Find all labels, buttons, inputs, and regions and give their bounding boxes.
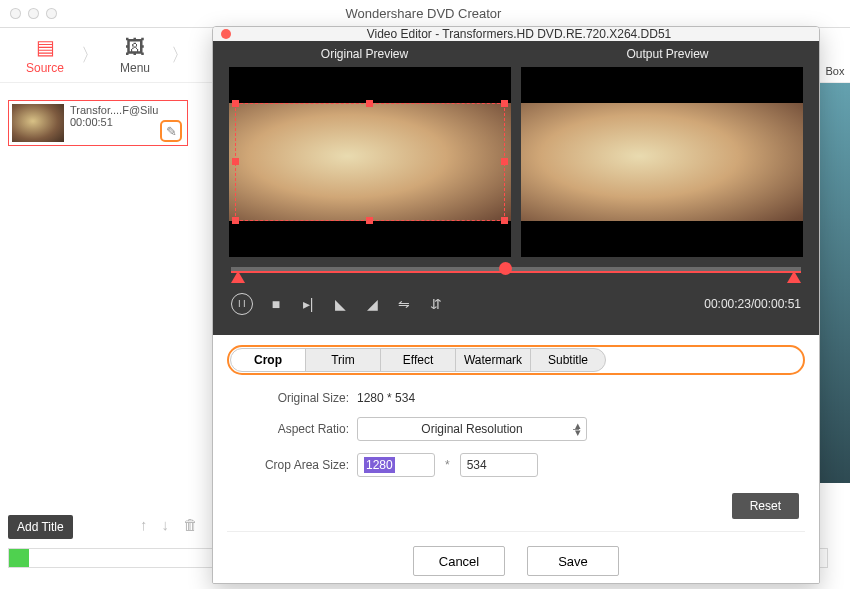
add-title-button[interactable]: Add Title: [8, 515, 73, 539]
source-meta: Transfor....F@Silu 00:00:51: [70, 104, 158, 128]
step-label: Source: [26, 61, 64, 75]
preview-labels: Original Preview Output Preview: [213, 41, 819, 67]
tab-crop[interactable]: Crop: [230, 348, 306, 372]
toolbox-label-fragment: Box: [820, 65, 850, 77]
crop-form: Original Size: 1280 * 534 Aspect Ratio: …: [227, 391, 805, 489]
aspect-ratio-select[interactable]: Original Resolution ▴▾: [357, 417, 587, 441]
editor-tabs-highlight: Crop Trim Effect Watermark Subtitle: [227, 345, 805, 375]
original-preview[interactable]: [229, 67, 511, 257]
tab-trim[interactable]: Trim: [305, 348, 381, 372]
disc-space-fill: [9, 549, 29, 567]
source-filename: Transfor....F@Silu: [70, 104, 158, 116]
aspect-ratio-label: Aspect Ratio:: [227, 422, 357, 436]
chevron-updown-icon: ▴▾: [575, 422, 581, 436]
original-preview-label: Original Preview: [213, 41, 516, 67]
zoom-dot[interactable]: [46, 8, 57, 19]
step-button[interactable]: ▸|: [299, 295, 317, 313]
pencil-icon: ✎: [166, 124, 177, 139]
editor-lower-panel: Crop Trim Effect Watermark Subtitle Orig…: [213, 335, 819, 584]
timeline-playhead[interactable]: [499, 262, 512, 275]
multiply-symbol: *: [445, 458, 450, 472]
background-preview-pane: Box: [820, 83, 850, 483]
minimize-dot[interactable]: [28, 8, 39, 19]
pause-button[interactable]: ⅠⅠ: [231, 293, 253, 315]
cancel-button[interactable]: Cancel: [413, 546, 505, 576]
timeline-track[interactable]: [231, 267, 801, 271]
flip-horizontal-icon[interactable]: ⇋: [395, 295, 413, 313]
output-preview: [521, 67, 803, 257]
move-down-icon[interactable]: ↓: [162, 516, 170, 533]
rotate-right-icon[interactable]: ◢: [363, 295, 381, 313]
original-size-label: Original Size:: [227, 391, 357, 405]
step-source[interactable]: ▤ Source: [5, 35, 85, 75]
preview-area: Original Preview Output Preview: [213, 41, 819, 335]
move-up-icon[interactable]: ↑: [140, 516, 148, 533]
tab-effect[interactable]: Effect: [380, 348, 456, 372]
crop-handle-tr[interactable]: [501, 100, 508, 107]
save-button[interactable]: Save: [527, 546, 619, 576]
flip-vertical-icon[interactable]: ⇵: [427, 295, 445, 313]
editor-tabs: Crop Trim Effect Watermark Subtitle: [230, 348, 802, 372]
crop-height-input[interactable]: 534: [460, 453, 538, 477]
tab-watermark[interactable]: Watermark: [455, 348, 531, 372]
step-menu[interactable]: 🖼 Menu: [95, 36, 175, 75]
trash-icon[interactable]: 🗑: [183, 516, 198, 533]
close-dot[interactable]: [10, 8, 21, 19]
original-size-value: 1280 * 534: [357, 391, 415, 405]
crop-selection[interactable]: [235, 103, 505, 221]
window-traffic-lights[interactable]: [10, 8, 57, 19]
main-titlebar: Wondershare DVD Creator: [0, 0, 850, 28]
source-thumbnail: [12, 104, 64, 142]
video-frame: [521, 103, 803, 221]
bottom-toolbar: ↑ ↓ 🗑: [140, 516, 198, 533]
crop-width-input[interactable]: 1280: [357, 453, 435, 477]
crop-handle-br[interactable]: [501, 217, 508, 224]
rotate-left-icon[interactable]: ◣: [331, 295, 349, 313]
crop-handle-bm[interactable]: [366, 217, 373, 224]
source-icon: ▤: [36, 35, 55, 59]
crop-handle-tm[interactable]: [366, 100, 373, 107]
source-list: Transfor....F@Silu 00:00:51 ✎: [8, 100, 188, 146]
tab-subtitle[interactable]: Subtitle: [530, 348, 606, 372]
app-title: Wondershare DVD Creator: [57, 6, 850, 21]
editor-titlebar: Video Editor - Transformers.HD DVD.RE.72…: [213, 27, 819, 41]
step-label: Menu: [120, 61, 150, 75]
crop-handle-tl[interactable]: [232, 100, 239, 107]
crop-handle-lm[interactable]: [232, 158, 239, 165]
trim-end-handle[interactable]: [787, 271, 801, 283]
video-editor-dialog: Video Editor - Transformers.HD DVD.RE.72…: [212, 26, 820, 584]
reset-button[interactable]: Reset: [732, 493, 799, 519]
edit-source-button[interactable]: ✎: [160, 120, 182, 142]
timeline[interactable]: [213, 257, 819, 287]
crop-handle-rm[interactable]: [501, 158, 508, 165]
output-preview-label: Output Preview: [516, 41, 819, 67]
playback-controls: ⅠⅠ ■ ▸| ◣ ◢ ⇋ ⇵ 00:00:23/00:00:51: [213, 287, 819, 325]
dialog-buttons: Cancel Save: [227, 531, 805, 584]
menu-icon: 🖼: [125, 36, 145, 59]
aspect-ratio-value: Original Resolution: [421, 422, 522, 436]
trim-start-handle[interactable]: [231, 271, 245, 283]
crop-area-label: Crop Area Size:: [227, 458, 357, 472]
stop-button[interactable]: ■: [267, 295, 285, 313]
source-duration: 00:00:51: [70, 116, 158, 128]
crop-handle-bl[interactable]: [232, 217, 239, 224]
editor-title: Video Editor - Transformers.HD DVD.RE.72…: [239, 27, 819, 41]
playback-time: 00:00:23/00:00:51: [704, 297, 801, 311]
editor-close-dot[interactable]: [221, 29, 231, 39]
source-item[interactable]: Transfor....F@Silu 00:00:51 ✎: [8, 100, 188, 146]
